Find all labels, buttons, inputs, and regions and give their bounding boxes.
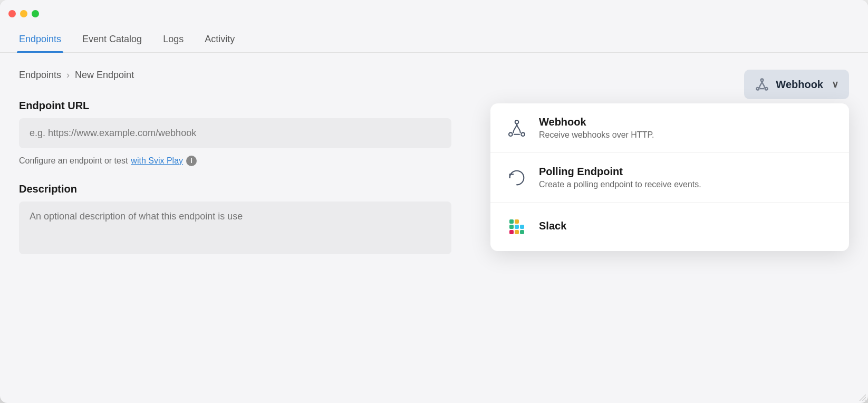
- tab-endpoints[interactable]: Endpoints: [17, 27, 63, 52]
- svg-point-5: [521, 132, 525, 136]
- tab-logs[interactable]: Logs: [161, 27, 186, 52]
- svg-rect-13: [520, 230, 524, 234]
- polling-option-title: Polling Endpoint: [539, 166, 834, 178]
- endpoint-type-dropdown: Webhook Receive webhooks over HTTP. Poll…: [490, 103, 849, 251]
- svg-point-2: [765, 88, 768, 90]
- tab-event-catalog[interactable]: Event Catalog: [80, 27, 144, 52]
- webhook-option-desc: Receive webhooks over HTTP.: [539, 130, 834, 140]
- svg-rect-10: [515, 225, 519, 229]
- webhook-button-label: Webhook: [776, 79, 823, 91]
- svg-rect-12: [515, 230, 519, 234]
- breadcrumb-current: New Endpoint: [75, 70, 134, 81]
- webhook-icon: [755, 77, 769, 92]
- polling-option-desc: Create a polling endpoint to receive eve…: [539, 180, 834, 189]
- svix-play-link[interactable]: with Svix Play: [131, 156, 183, 166]
- minimize-button[interactable]: [20, 10, 27, 17]
- dropdown-item-polling[interactable]: Polling Endpoint Create a polling endpoi…: [490, 153, 849, 203]
- polling-option-content: Polling Endpoint Create a polling endpoi…: [539, 166, 834, 189]
- breadcrumb-root: Endpoints: [19, 70, 61, 81]
- breadcrumb-separator: ›: [66, 70, 70, 81]
- title-bar: [0, 0, 868, 27]
- dropdown-item-slack[interactable]: Slack: [490, 203, 849, 251]
- svg-rect-9: [509, 230, 514, 234]
- svg-rect-8: [515, 219, 519, 224]
- breadcrumb: Endpoints › New Endpoint: [19, 70, 849, 81]
- app-window: Endpoints Event Catalog Logs Activity En…: [0, 0, 868, 403]
- svg-rect-7: [509, 225, 514, 229]
- svg-rect-11: [520, 225, 524, 229]
- helper-text: Configure an endpoint or test with Svix …: [19, 156, 451, 166]
- polling-option-icon: [505, 166, 528, 189]
- webhook-option-content: Webhook Receive webhooks over HTTP.: [539, 116, 834, 140]
- resize-handle: [857, 392, 866, 401]
- info-icon[interactable]: i: [186, 156, 197, 166]
- tab-activity[interactable]: Activity: [202, 27, 237, 52]
- svg-point-1: [757, 88, 759, 90]
- maximize-button[interactable]: [32, 10, 39, 17]
- url-label: Endpoint URL: [19, 100, 451, 112]
- close-button[interactable]: [8, 10, 16, 17]
- svg-point-4: [509, 132, 513, 136]
- form-section: Endpoint URL Configure an endpoint or te…: [19, 100, 451, 256]
- webhook-type-button[interactable]: Webhook ∨: [744, 70, 849, 99]
- chevron-down-icon: ∨: [832, 79, 838, 90]
- webhook-option-icon: [505, 117, 528, 140]
- svg-line-16: [865, 400, 866, 401]
- webhook-option-title: Webhook: [539, 116, 834, 128]
- endpoint-url-input[interactable]: [19, 118, 451, 148]
- description-label: Description: [19, 183, 451, 195]
- tab-bar: Endpoints Event Catalog Logs Activity: [0, 27, 868, 53]
- svg-rect-6: [509, 219, 514, 224]
- main-content: Endpoints › New Endpoint Webhook ∨ Endpo…: [0, 53, 868, 403]
- slack-option-icon: [505, 215, 528, 238]
- traffic-lights: [8, 10, 39, 17]
- slack-option-title: Slack: [539, 220, 834, 232]
- helper-text-prefix: Configure an endpoint or test: [19, 156, 128, 166]
- dropdown-item-webhook[interactable]: Webhook Receive webhooks over HTTP.: [490, 103, 849, 153]
- slack-option-content: Slack: [539, 220, 834, 234]
- description-textarea[interactable]: [19, 202, 451, 254]
